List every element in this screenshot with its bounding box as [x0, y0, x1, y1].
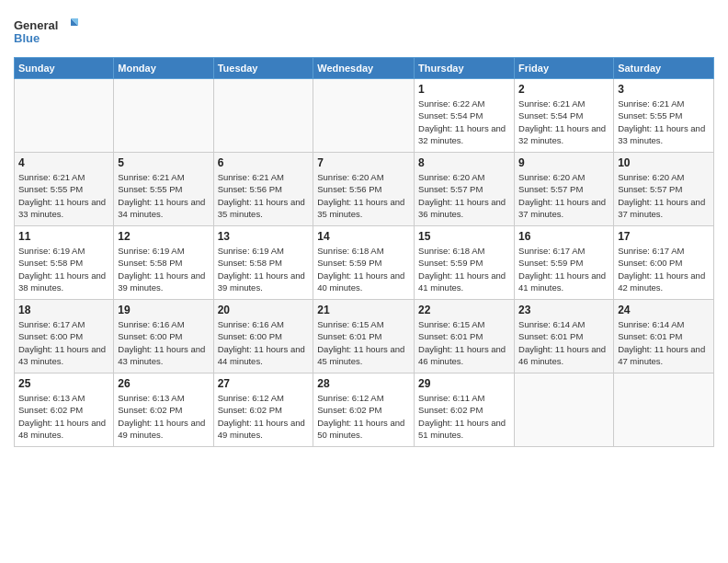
calendar-cell: 8 Sunrise: 6:20 AMSunset: 5:57 PMDayligh…	[415, 153, 515, 226]
header-day-saturday: Saturday	[614, 58, 714, 79]
calendar-header: SundayMondayTuesdayWednesdayThursdayFrid…	[15, 58, 714, 79]
cell-date: 1	[418, 83, 510, 96]
cell-date: 24	[618, 304, 710, 316]
calendar-cell: 25 Sunrise: 6:13 AMSunset: 6:02 PMDaylig…	[15, 373, 114, 447]
calendar-cell: 1 Sunrise: 6:22 AMSunset: 5:54 PMDayligh…	[415, 79, 515, 153]
cell-date: 28	[317, 377, 410, 390]
cell-date: 22	[418, 304, 510, 316]
svg-text:General: General	[14, 18, 58, 32]
cell-info: Sunrise: 6:18 AMSunset: 5:59 PMDaylight:…	[418, 245, 510, 293]
calendar-cell: 10 Sunrise: 6:20 AMSunset: 5:57 PMDaylig…	[614, 153, 714, 226]
calendar-cell: 19 Sunrise: 6:16 AMSunset: 6:00 PMDaylig…	[114, 300, 213, 373]
cell-info: Sunrise: 6:20 AMSunset: 5:57 PMDaylight:…	[618, 171, 710, 220]
calendar-cell: 27 Sunrise: 6:12 AMSunset: 6:02 PMDaylig…	[213, 373, 313, 447]
cell-info: Sunrise: 6:19 AMSunset: 5:58 PMDaylight:…	[218, 245, 310, 293]
calendar-cell: 29 Sunrise: 6:11 AMSunset: 6:02 PMDaylig…	[415, 373, 515, 447]
page-header: General Blue	[14, 9, 714, 50]
cell-info: Sunrise: 6:18 AMSunset: 5:59 PMDaylight:…	[317, 245, 410, 293]
header-day-wednesday: Wednesday	[313, 58, 415, 79]
week-row-3: 11 Sunrise: 6:19 AMSunset: 5:58 PMDaylig…	[15, 226, 714, 300]
week-row-4: 18 Sunrise: 6:17 AMSunset: 6:00 PMDaylig…	[15, 300, 714, 373]
cell-date: 19	[118, 304, 209, 316]
cell-info: Sunrise: 6:14 AMSunset: 6:01 PMDaylight:…	[618, 318, 710, 367]
calendar-cell: 6 Sunrise: 6:21 AMSunset: 5:56 PMDayligh…	[213, 153, 313, 226]
cell-date: 16	[518, 230, 609, 243]
logo-svg: General Blue	[14, 15, 78, 50]
cell-date: 27	[218, 377, 310, 390]
cell-date: 7	[317, 156, 410, 169]
cell-info: Sunrise: 6:15 AMSunset: 6:01 PMDaylight:…	[317, 318, 410, 367]
calendar-cell: 26 Sunrise: 6:13 AMSunset: 6:02 PMDaylig…	[114, 373, 213, 447]
cell-info: Sunrise: 6:17 AMSunset: 6:00 PMDaylight:…	[618, 245, 710, 293]
header-day-friday: Friday	[515, 58, 614, 79]
cell-info: Sunrise: 6:21 AMSunset: 5:55 PMDaylight:…	[118, 171, 209, 220]
calendar-cell	[614, 373, 714, 447]
cell-date: 5	[118, 156, 209, 169]
cell-date: 10	[618, 156, 710, 169]
cell-date: 21	[317, 304, 410, 316]
cell-info: Sunrise: 6:21 AMSunset: 5:54 PMDaylight:…	[518, 98, 609, 146]
week-row-1: 1 Sunrise: 6:22 AMSunset: 5:54 PMDayligh…	[15, 79, 714, 153]
calendar-cell	[515, 373, 614, 447]
header-day-monday: Monday	[114, 58, 213, 79]
cell-info: Sunrise: 6:16 AMSunset: 6:00 PMDaylight:…	[118, 318, 209, 367]
cell-date: 23	[518, 304, 609, 316]
cell-date: 3	[618, 83, 710, 96]
cell-info: Sunrise: 6:13 AMSunset: 6:02 PMDaylight:…	[118, 392, 209, 441]
cell-info: Sunrise: 6:11 AMSunset: 6:02 PMDaylight:…	[418, 392, 510, 441]
calendar-cell: 13 Sunrise: 6:19 AMSunset: 5:58 PMDaylig…	[213, 226, 313, 300]
calendar-cell	[213, 79, 313, 153]
cell-date: 12	[118, 230, 209, 243]
cell-date: 25	[18, 377, 109, 390]
cell-info: Sunrise: 6:17 AMSunset: 5:59 PMDaylight:…	[518, 245, 609, 293]
header-day-tuesday: Tuesday	[213, 58, 313, 79]
calendar-body: 1 Sunrise: 6:22 AMSunset: 5:54 PMDayligh…	[15, 79, 714, 447]
cell-info: Sunrise: 6:14 AMSunset: 6:01 PMDaylight:…	[518, 318, 609, 367]
header-day-sunday: Sunday	[15, 58, 114, 79]
cell-info: Sunrise: 6:22 AMSunset: 5:54 PMDaylight:…	[418, 98, 510, 146]
cell-date: 17	[618, 230, 710, 243]
cell-date: 14	[317, 230, 410, 243]
calendar-cell: 21 Sunrise: 6:15 AMSunset: 6:01 PMDaylig…	[313, 300, 415, 373]
cell-info: Sunrise: 6:21 AMSunset: 5:55 PMDaylight:…	[18, 171, 109, 220]
logo: General Blue	[14, 15, 78, 50]
calendar-cell: 5 Sunrise: 6:21 AMSunset: 5:55 PMDayligh…	[114, 153, 213, 226]
calendar-cell: 14 Sunrise: 6:18 AMSunset: 5:59 PMDaylig…	[313, 226, 415, 300]
cell-info: Sunrise: 6:21 AMSunset: 5:56 PMDaylight:…	[218, 171, 310, 220]
calendar-cell: 15 Sunrise: 6:18 AMSunset: 5:59 PMDaylig…	[415, 226, 515, 300]
calendar-cell	[114, 79, 213, 153]
cell-date: 6	[218, 156, 310, 169]
calendar-cell	[15, 79, 114, 153]
calendar-cell: 17 Sunrise: 6:17 AMSunset: 6:00 PMDaylig…	[614, 226, 714, 300]
cell-date: 13	[218, 230, 310, 243]
week-row-2: 4 Sunrise: 6:21 AMSunset: 5:55 PMDayligh…	[15, 153, 714, 226]
cell-date: 20	[218, 304, 310, 316]
calendar-cell: 3 Sunrise: 6:21 AMSunset: 5:55 PMDayligh…	[614, 79, 714, 153]
calendar-cell: 2 Sunrise: 6:21 AMSunset: 5:54 PMDayligh…	[515, 79, 614, 153]
calendar-cell: 9 Sunrise: 6:20 AMSunset: 5:57 PMDayligh…	[515, 153, 614, 226]
cell-info: Sunrise: 6:20 AMSunset: 5:56 PMDaylight:…	[317, 171, 410, 220]
calendar-cell: 7 Sunrise: 6:20 AMSunset: 5:56 PMDayligh…	[313, 153, 415, 226]
cell-date: 18	[18, 304, 109, 316]
cell-date: 8	[418, 156, 510, 169]
svg-text:Blue: Blue	[14, 31, 40, 45]
calendar-cell: 28 Sunrise: 6:12 AMSunset: 6:02 PMDaylig…	[313, 373, 415, 447]
calendar-cell: 16 Sunrise: 6:17 AMSunset: 5:59 PMDaylig…	[515, 226, 614, 300]
calendar-cell: 12 Sunrise: 6:19 AMSunset: 5:58 PMDaylig…	[114, 226, 213, 300]
calendar-cell: 4 Sunrise: 6:21 AMSunset: 5:55 PMDayligh…	[15, 153, 114, 226]
cell-date: 11	[18, 230, 109, 243]
calendar-cell: 11 Sunrise: 6:19 AMSunset: 5:58 PMDaylig…	[15, 226, 114, 300]
cell-info: Sunrise: 6:20 AMSunset: 5:57 PMDaylight:…	[518, 171, 609, 220]
calendar-cell: 22 Sunrise: 6:15 AMSunset: 6:01 PMDaylig…	[415, 300, 515, 373]
calendar-table: SundayMondayTuesdayWednesdayThursdayFrid…	[14, 57, 714, 447]
cell-info: Sunrise: 6:19 AMSunset: 5:58 PMDaylight:…	[118, 245, 209, 293]
cell-info: Sunrise: 6:13 AMSunset: 6:02 PMDaylight:…	[18, 392, 109, 441]
cell-info: Sunrise: 6:16 AMSunset: 6:00 PMDaylight:…	[218, 318, 310, 367]
cell-info: Sunrise: 6:17 AMSunset: 6:00 PMDaylight:…	[18, 318, 109, 367]
cell-info: Sunrise: 6:12 AMSunset: 6:02 PMDaylight:…	[317, 392, 410, 441]
calendar-cell	[313, 79, 415, 153]
cell-date: 29	[418, 377, 510, 390]
calendar-cell: 18 Sunrise: 6:17 AMSunset: 6:00 PMDaylig…	[15, 300, 114, 373]
calendar-cell: 24 Sunrise: 6:14 AMSunset: 6:01 PMDaylig…	[614, 300, 714, 373]
cell-info: Sunrise: 6:19 AMSunset: 5:58 PMDaylight:…	[18, 245, 109, 293]
